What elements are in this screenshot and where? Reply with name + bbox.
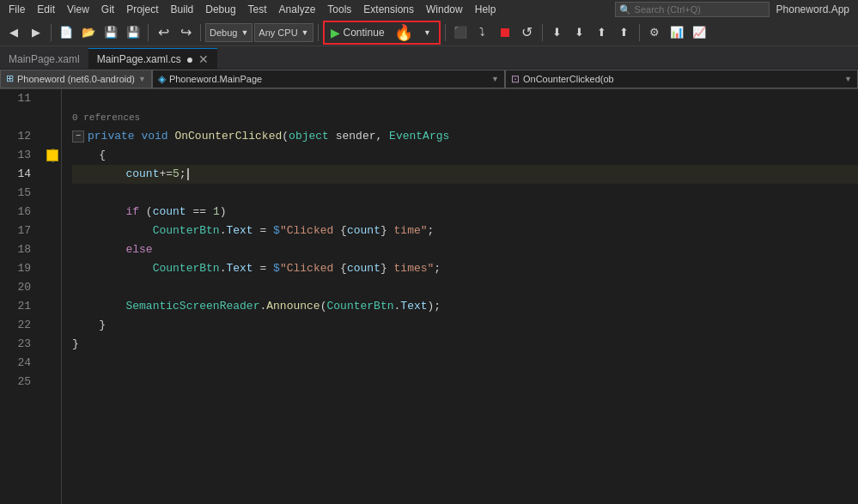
namespace-dropdown-arrow: ▼ [491, 75, 499, 83]
save-all-btn[interactable]: 💾 [123, 22, 143, 43]
back-btn[interactable]: ◀ [3, 22, 24, 43]
menu-search-box[interactable]: 🔍 [615, 2, 770, 17]
code-line-12: − private void OnCounterClicked ( object… [72, 127, 858, 146]
kw-private: private [88, 127, 141, 146]
tab-xamlcs-label: MainPage.xaml.cs [97, 53, 181, 65]
paren-21-open: ( [320, 297, 327, 316]
stop-btn[interactable]: ⏹ [495, 22, 515, 43]
sep5 [445, 24, 446, 41]
tab-modified-dot: ● [186, 52, 193, 66]
sep2 [148, 24, 149, 41]
menu-analyze[interactable]: Analyze [274, 2, 321, 17]
step-over-btn[interactable]: ⤵ [472, 22, 493, 43]
toolbar-btn-extra4[interactable]: ⬆ [614, 22, 635, 43]
tab-close-btn[interactable]: ✕ [198, 53, 209, 65]
menu-tools[interactable]: Tools [322, 2, 356, 17]
menu-project[interactable]: Project [121, 2, 163, 17]
text-cursor [187, 168, 189, 180]
menu-extensions[interactable]: Extensions [358, 2, 419, 17]
paren-21-close: ); [428, 297, 441, 316]
search-icon: 🔍 [619, 4, 631, 15]
breakpoint-indicator [46, 149, 58, 161]
open-btn[interactable]: 📂 [78, 22, 99, 43]
type-object: object [289, 127, 329, 146]
code-line-15 [72, 184, 858, 203]
brace-count-19: { [340, 259, 347, 278]
ln-16: 16 [0, 203, 38, 222]
code-line-ref: 0 references [72, 108, 858, 127]
toolbar-btn-extra3[interactable]: ⬆ [592, 22, 612, 43]
new-file-btn[interactable]: 📄 [56, 22, 76, 43]
code-line-23: } [72, 335, 858, 354]
debug-dropdown[interactable]: Debug ▼ [205, 23, 253, 42]
search-input[interactable] [635, 4, 746, 15]
method-selector[interactable]: ⊡ OnCounterClicked(ob ▼ [505, 70, 858, 88]
menu-view[interactable]: View [62, 2, 94, 17]
menu-window[interactable]: Window [421, 2, 468, 17]
code-line-22: } [72, 316, 858, 335]
namespace-selector[interactable]: ◈ Phoneword.MainPage ▼ [152, 70, 505, 88]
flame-icon: 🔥 [394, 23, 413, 42]
code-line-21: SemanticScreenReader . Announce ( Counte… [72, 297, 858, 316]
ln-ref: · [0, 108, 38, 127]
brace-count-17-close: } [380, 222, 387, 240]
menu-help[interactable]: Help [470, 2, 502, 17]
ln-11: 11 [0, 89, 38, 108]
forward-btn[interactable]: ▶ [26, 22, 46, 43]
breakpoints-btn[interactable]: ⬛ [450, 22, 471, 43]
continue-label: Continue [344, 27, 385, 39]
undo-btn[interactable]: ↩ [153, 22, 173, 43]
code-line-25 [72, 373, 858, 392]
brace-close-23: } [72, 335, 79, 354]
ln-18: 18 [0, 240, 38, 259]
counterbtn-21: CounterBtn [327, 297, 394, 316]
menu-edit[interactable]: Edit [32, 2, 60, 17]
toolbar-btn-extra1[interactable]: ⬇ [547, 22, 568, 43]
method-name: OnCounterClicked(ob [523, 74, 614, 84]
restart-btn[interactable]: ↺ [517, 22, 538, 43]
str-19-2: times" [387, 259, 435, 278]
dollar-19: $ [273, 259, 280, 278]
count-interp-17: count [347, 222, 380, 240]
toolbar-btn-extra2[interactable]: ⬇ [569, 22, 590, 43]
paren-if-open: ( [146, 203, 153, 222]
redo-btn[interactable]: ↪ [175, 22, 196, 43]
hot-reload-arrow-btn[interactable]: ▼ [417, 22, 438, 43]
ln-25: 25 [0, 373, 38, 392]
toolbar-btn-perf[interactable]: 📈 [689, 22, 709, 43]
cpu-dropdown[interactable]: Any CPU ▼ [254, 23, 313, 42]
menu-git[interactable]: Git [96, 2, 119, 17]
hot-debug-section: ▶ Continue 🔥 ▼ [323, 21, 441, 45]
sep6 [542, 24, 543, 41]
toolbar-btn-git[interactable]: ⚙ [644, 22, 665, 43]
toolbar-btn-diag[interactable]: 📊 [666, 22, 687, 43]
menu-file[interactable]: File [3, 2, 30, 17]
dollar-17: $ [273, 222, 280, 240]
line-numbers: 11 · 12 13 14 15 16 17 18 19 20 21 22 23… [0, 89, 45, 504]
menu-build[interactable]: Build [166, 2, 199, 17]
project-selector[interactable]: ⊞ Phoneword (net6.0-android) ▼ [0, 70, 152, 88]
ln-13: 13 [0, 146, 38, 165]
continue-play-icon: ▶ [331, 26, 340, 39]
cpu-dropdown-arrow: ▼ [301, 28, 309, 37]
counterBtn-19: CounterBtn [153, 259, 220, 278]
text-prop-21: Text [400, 297, 427, 316]
eq-17: = [253, 222, 273, 240]
menu-test[interactable]: Test [243, 2, 272, 17]
toolbar: ◀ ▶ 📄 📂 💾 💾 ↩ ↪ Debug ▼ Any CPU ▼ ▶ Cont… [0, 19, 858, 46]
ln-24: 24 [0, 354, 38, 373]
save-btn[interactable]: 💾 [100, 22, 121, 43]
hot-reload-btn[interactable]: 🔥 [390, 22, 417, 43]
code-content[interactable]: 0 references − private void OnCounterCli… [62, 89, 858, 504]
tab-xaml[interactable]: MainPage.xaml [0, 48, 88, 69]
debug-label: Debug [210, 27, 237, 38]
menu-debug[interactable]: Debug [200, 2, 240, 17]
semi-17: ; [428, 222, 435, 240]
ln-19: 19 [0, 259, 38, 278]
tab-xamlcs[interactable]: MainPage.xaml.cs ● ✕ [88, 48, 218, 69]
cpu-label: Any CPU [259, 27, 297, 38]
continue-btn[interactable]: ▶ Continue [326, 22, 390, 43]
collapse-btn-12[interactable]: − [72, 131, 84, 143]
ln-12: 12 [0, 127, 38, 146]
count-var: count [125, 165, 159, 184]
